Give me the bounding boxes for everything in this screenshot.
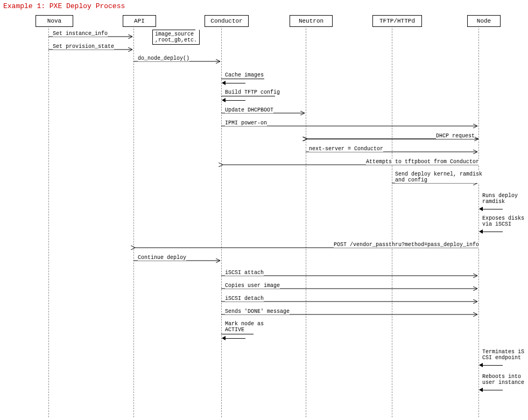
msg-iscsi-attach: iSCSI attach (225, 270, 264, 276)
msg-build-tftp-config: Build TFTP config (225, 89, 280, 95)
lifeline-node (478, 26, 479, 417)
msg-reboots-into: Reboots into user instance (482, 374, 524, 386)
msg-sends-done: Sends 'DONE' message (225, 309, 290, 314)
msg-send-deploy-kernel: Send deploy kernel, ramdisk and config (395, 171, 482, 183)
msg-iscsi-detach: iSCSI detach (225, 296, 264, 302)
diagram-title: Example 1: PXE Deploy Process (3, 2, 125, 10)
msg-exposes-disks: Exposes disks via iSCSI (482, 215, 524, 227)
msg-continue-deploy: Continue deploy (138, 255, 186, 261)
msg-next-server: next-server = Conductor (309, 146, 383, 152)
note-image-source: image_source ,root_gb,etc. (152, 30, 200, 45)
msg-update-dhcpboot: Update DHCPBOOT (225, 107, 273, 113)
msg-mark-node-active: Mark node as ACTIVE (225, 321, 264, 333)
participant-neutron: Neutron (290, 15, 333, 27)
participant-nova: Nova (36, 15, 73, 27)
lifeline-nova (48, 26, 49, 417)
msg-attempts-tftp: Attempts to tftpboot from Conductor (366, 159, 479, 165)
participant-conductor: Conductor (205, 15, 249, 27)
sequence-diagram: Example 1: PXE Deploy Process Nova API C… (0, 0, 528, 420)
msg-terminates-iscsi: Terminates iS CSI endpoint (482, 349, 524, 361)
msg-do-node-deploy: do_node_deploy() (138, 55, 189, 61)
msg-cache-images: Cache images (225, 72, 264, 78)
msg-runs-deploy-ramdisk: Runs deploy ramdisk (482, 193, 518, 205)
msg-set-provision-state: Set provision_state (53, 44, 114, 50)
participant-node: Node (467, 15, 501, 27)
participant-tftp: TFTP/HTTPd (372, 15, 422, 27)
msg-copies-user-image: Copies user image (225, 283, 280, 289)
msg-dhcp-request: DHCP request (436, 133, 475, 139)
lifeline-tftp (392, 26, 392, 417)
lifeline-api (133, 26, 134, 417)
lifeline-neutron (306, 26, 306, 417)
participant-api: API (123, 15, 156, 27)
msg-set-instance-info: Set instance_info (53, 31, 108, 37)
msg-post-vendor: POST /vendor_passthru?method=pass_deploy… (334, 242, 479, 248)
msg-ipmi-power-on: IPMI power-on (225, 120, 267, 126)
